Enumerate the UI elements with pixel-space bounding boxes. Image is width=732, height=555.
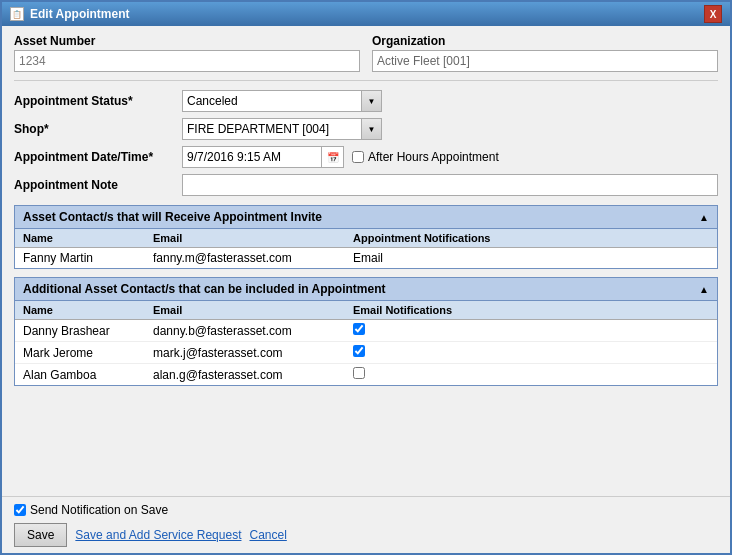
additional-contacts-section: Additional Asset Contact/s that can be i… — [14, 277, 718, 386]
appointment-note-input[interactable] — [182, 174, 718, 196]
asset-contacts-col-email: Email — [145, 229, 345, 248]
send-notification-checkbox[interactable] — [14, 504, 26, 516]
shop-label: Shop* — [14, 122, 174, 136]
contact-checkbox-cell — [345, 364, 717, 386]
after-hours-checkbox[interactable] — [352, 151, 364, 163]
contact-notification: Email — [345, 248, 717, 269]
additional-contacts-header-row: Name Email Email Notifications — [15, 301, 717, 320]
additional-contacts-title: Additional Asset Contact/s that can be i… — [23, 282, 385, 296]
close-button[interactable]: X — [704, 5, 722, 23]
contact-email: danny.b@fasterasset.com — [145, 320, 345, 342]
asset-contacts-table: Name Email Appointment Notifications Fan… — [15, 229, 717, 268]
contact-notification-checkbox[interactable] — [353, 345, 365, 357]
list-item: Fanny Martin fanny.m@fasterasset.com Ema… — [15, 248, 717, 269]
dropdown-arrow-icon: ▼ — [368, 97, 376, 106]
asset-contacts-col-notif: Appointment Notifications — [345, 229, 717, 248]
asset-contacts-title: Asset Contact/s that will Receive Appoin… — [23, 210, 322, 224]
contact-notification-checkbox[interactable] — [353, 323, 365, 335]
contact-email: fanny.m@fasterasset.com — [145, 248, 345, 269]
appointment-datetime-container: 📅 — [182, 146, 344, 168]
title-bar: 📋 Edit Appointment X — [2, 2, 730, 26]
shop-dropdown: ▼ — [182, 118, 382, 140]
top-fields-row: Asset Number Organization — [14, 34, 718, 81]
additional-contacts-header[interactable]: Additional Asset Contact/s that can be i… — [15, 278, 717, 301]
contact-email: mark.j@fasterasset.com — [145, 342, 345, 364]
shop-dropdown-arrow-icon: ▼ — [368, 125, 376, 134]
contact-notification-checkbox[interactable] — [353, 367, 365, 379]
shop-dropdown-btn[interactable]: ▼ — [362, 118, 382, 140]
appointment-status-dropdown-btn[interactable]: ▼ — [362, 90, 382, 112]
appointment-status-row: Appointment Status* ▼ — [14, 89, 718, 113]
contact-name: Mark Jerome — [15, 342, 145, 364]
appointment-datetime-input[interactable] — [182, 146, 322, 168]
contact-email: alan.g@fasterasset.com — [145, 364, 345, 386]
calendar-button[interactable]: 📅 — [322, 146, 344, 168]
asset-contacts-collapse-icon[interactable]: ▲ — [699, 212, 709, 223]
appointment-status-input[interactable] — [182, 90, 362, 112]
asset-number-group: Asset Number — [14, 34, 360, 72]
appointment-status-label: Appointment Status* — [14, 94, 174, 108]
contact-checkbox-cell — [345, 342, 717, 364]
list-item: Alan Gamboa alan.g@fasterasset.com — [15, 364, 717, 386]
title-bar-left: 📋 Edit Appointment — [10, 7, 130, 21]
after-hours-label[interactable]: After Hours Appointment — [352, 150, 499, 164]
calendar-icon: 📅 — [327, 152, 339, 163]
additional-contacts-body: Danny Brashear danny.b@fasterasset.com M… — [15, 320, 717, 386]
footer: Send Notification on Save Save Save and … — [2, 496, 730, 553]
organization-label: Organization — [372, 34, 718, 48]
additional-contacts-col-name: Name — [15, 301, 145, 320]
window-title: Edit Appointment — [30, 7, 130, 21]
appointment-status-dropdown: ▼ — [182, 90, 382, 112]
additional-contacts-col-email: Email — [145, 301, 345, 320]
contact-name: Alan Gamboa — [15, 364, 145, 386]
save-button[interactable]: Save — [14, 523, 67, 547]
asset-contacts-section: Asset Contact/s that will Receive Appoin… — [14, 205, 718, 269]
send-notification-label: Send Notification on Save — [30, 503, 168, 517]
additional-contacts-col-notif: Email Notifications — [345, 301, 717, 320]
appointment-datetime-row: Appointment Date/Time* 📅 After Hours App… — [14, 145, 718, 169]
contact-checkbox-cell — [345, 320, 717, 342]
cancel-button[interactable]: Cancel — [249, 528, 286, 542]
list-item: Mark Jerome mark.j@fasterasset.com — [15, 342, 717, 364]
send-notification-row: Send Notification on Save — [14, 503, 718, 517]
shop-input[interactable] — [182, 118, 362, 140]
list-item: Danny Brashear danny.b@fasterasset.com — [15, 320, 717, 342]
edit-appointment-window: 📋 Edit Appointment X Asset Number Organi… — [0, 0, 732, 555]
organization-input[interactable] — [372, 50, 718, 72]
contact-name: Fanny Martin — [15, 248, 145, 269]
contact-name: Danny Brashear — [15, 320, 145, 342]
asset-contacts-header[interactable]: Asset Contact/s that will Receive Appoin… — [15, 206, 717, 229]
appointment-note-label: Appointment Note — [14, 178, 174, 192]
window-icon: 📋 — [10, 7, 24, 21]
asset-number-input[interactable] — [14, 50, 360, 72]
appointment-datetime-label: Appointment Date/Time* — [14, 150, 174, 164]
asset-contacts-col-name: Name — [15, 229, 145, 248]
content-area: Asset Number Organization Appointment St… — [2, 26, 730, 496]
asset-contacts-body: Fanny Martin fanny.m@fasterasset.com Ema… — [15, 248, 717, 269]
appointment-note-row: Appointment Note — [14, 173, 718, 197]
save-add-service-button[interactable]: Save and Add Service Request — [75, 528, 241, 542]
form-section: Appointment Status* ▼ Shop* ▼ — [14, 89, 718, 197]
additional-contacts-collapse-icon[interactable]: ▲ — [699, 284, 709, 295]
additional-contacts-table: Name Email Email Notifications Danny Bra… — [15, 301, 717, 385]
asset-contacts-header-row: Name Email Appointment Notifications — [15, 229, 717, 248]
asset-number-label: Asset Number — [14, 34, 360, 48]
footer-buttons: Save Save and Add Service Request Cancel — [14, 523, 718, 547]
shop-row: Shop* ▼ — [14, 117, 718, 141]
organization-group: Organization — [372, 34, 718, 72]
